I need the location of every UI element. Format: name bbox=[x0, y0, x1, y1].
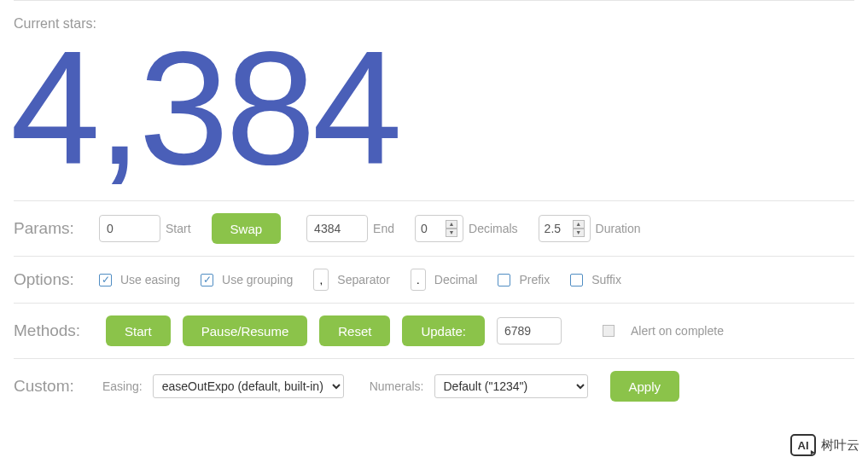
alert-checkbox[interactable] bbox=[603, 325, 615, 337]
duration-input[interactable] bbox=[545, 217, 570, 240]
separator-label: Separator bbox=[337, 273, 389, 286]
start-label: Start bbox=[166, 222, 191, 235]
prefix-checkbox[interactable] bbox=[498, 274, 510, 286]
update-button[interactable]: Update: bbox=[402, 315, 485, 346]
use-grouping-checkbox[interactable]: ✓ bbox=[201, 274, 213, 286]
decimal-label: Decimal bbox=[434, 273, 478, 286]
duration-up[interactable]: ▲ bbox=[573, 220, 585, 229]
reset-button[interactable]: Reset bbox=[319, 315, 390, 346]
start-button[interactable]: Start bbox=[106, 315, 171, 346]
decimals-stepper[interactable]: ▲ ▼ bbox=[415, 215, 463, 242]
params-label: Params: bbox=[14, 219, 94, 238]
decimals-down[interactable]: ▼ bbox=[446, 229, 457, 237]
brand-logo-text: 树叶云 bbox=[821, 437, 859, 454]
use-easing-label: Use easing bbox=[120, 273, 180, 286]
separator-input[interactable] bbox=[313, 269, 329, 291]
suffix-checkbox[interactable] bbox=[570, 274, 583, 286]
pause-resume-button[interactable]: Pause/Resume bbox=[183, 315, 308, 346]
custom-label: Custom: bbox=[14, 377, 94, 396]
end-input[interactable] bbox=[306, 215, 368, 242]
swap-button[interactable]: Swap bbox=[212, 213, 282, 244]
decimal-input[interactable] bbox=[411, 269, 426, 291]
suffix-label: Suffix bbox=[591, 273, 621, 286]
alert-label: Alert on complete bbox=[631, 324, 724, 338]
use-grouping-label: Use grouping bbox=[222, 273, 293, 286]
decimals-up[interactable]: ▲ bbox=[446, 220, 457, 229]
options-label: Options: bbox=[14, 270, 94, 289]
start-input[interactable] bbox=[99, 215, 160, 242]
brand-logo-icon: AI bbox=[790, 434, 816, 456]
duration-stepper[interactable]: ▲ ▼ bbox=[539, 215, 591, 242]
decimals-label: Decimals bbox=[469, 222, 518, 235]
numerals-label: Numerals: bbox=[370, 379, 424, 393]
use-easing-checkbox[interactable]: ✓ bbox=[99, 274, 112, 286]
methods-label: Methods: bbox=[14, 321, 94, 340]
numerals-select[interactable]: Default ("1234") bbox=[434, 374, 588, 398]
brand-logo: AI 树叶云 bbox=[790, 434, 859, 456]
current-stars-value: 4,384 bbox=[10, 26, 854, 188]
duration-label: Duration bbox=[596, 222, 641, 235]
apply-button[interactable]: Apply bbox=[610, 371, 680, 402]
update-input[interactable] bbox=[497, 317, 562, 344]
easing-label: Easing: bbox=[102, 379, 143, 393]
end-label: End bbox=[373, 222, 394, 235]
decimals-input[interactable] bbox=[421, 217, 443, 240]
duration-down[interactable]: ▼ bbox=[573, 229, 585, 237]
prefix-label: Prefix bbox=[519, 273, 550, 286]
easing-select[interactable]: easeOutExpo (default, built-in) bbox=[153, 374, 344, 398]
